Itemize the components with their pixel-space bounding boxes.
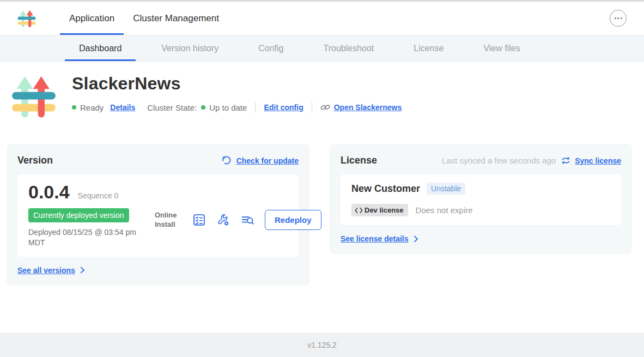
last-synced-text: Last synced a few seconds ago <box>442 156 556 165</box>
version-card-title: Version <box>17 155 53 166</box>
view-logs-icon[interactable] <box>240 213 254 227</box>
app-footer: v1.125.2 <box>0 332 644 357</box>
subnav-dashboard-label: Dashboard <box>79 44 121 53</box>
license-card: License Last synced a few seconds ago <box>330 144 632 254</box>
tab-application-label: Application <box>69 13 114 24</box>
subnav-view-files[interactable]: View files <box>469 35 534 61</box>
chevron-right-icon <box>414 235 418 243</box>
subnav-version-history-label: Version history <box>161 44 218 53</box>
page-title: SlackerNews <box>72 74 402 94</box>
redeploy-button[interactable]: Redeploy <box>265 210 321 230</box>
chevron-right-icon <box>80 267 85 274</box>
sync-arrows-icon <box>561 155 571 166</box>
see-license-details-link[interactable]: See license details <box>341 234 621 243</box>
app-logo-large-icon <box>11 72 57 120</box>
console-version: v1.125.2 <box>307 341 337 349</box>
license-detail-panel: New Customer Unstable Dev license Does <box>341 174 621 225</box>
app-logo-icon <box>17 8 36 29</box>
deployed-timestamp: Deployed 08/15/25 @ 03:54 pm MDT <box>28 227 155 248</box>
license-card-title: License <box>341 155 377 166</box>
install-type-label: Online Install <box>155 211 182 229</box>
refresh-icon <box>222 156 232 166</box>
subnav-license-label: License <box>414 44 443 53</box>
see-license-details-label: See license details <box>341 234 409 243</box>
edit-config-link[interactable]: Edit config <box>264 103 303 112</box>
subnav-version-history[interactable]: Version history <box>147 35 233 61</box>
code-brackets-icon <box>355 207 363 214</box>
ellipsis-icon <box>615 17 616 19</box>
subnav-config-label: Config <box>258 44 283 53</box>
version-sequence: Sequence 0 <box>78 191 119 200</box>
main-content: SlackerNews Ready Details Cluster State:… <box>0 62 644 332</box>
cluster-state-label: Cluster State: <box>147 103 197 112</box>
tab-cluster-management[interactable]: Cluster Management <box>124 2 228 35</box>
version-number: 0.0.4 <box>28 183 70 201</box>
app-status-dot <box>72 105 76 110</box>
deployed-status-badge: Currently deployed version <box>28 208 129 222</box>
subnav-dashboard[interactable]: Dashboard <box>65 35 136 61</box>
divider <box>255 102 256 113</box>
open-app-link[interactable]: Open Slackernews <box>320 102 402 112</box>
check-for-update-label: Check for update <box>236 156 299 165</box>
cluster-state-dot <box>201 105 205 110</box>
subnav-view-files-label: View files <box>483 44 520 53</box>
app-header: SlackerNews Ready Details Cluster State:… <box>11 72 644 120</box>
config-wrench-icon[interactable] <box>216 213 230 227</box>
sync-license-label: Sync license <box>575 156 621 165</box>
license-type-label: Dev license <box>364 206 404 214</box>
version-card: Version Check for update 0.0.4 Sequence … <box>7 144 309 286</box>
overflow-menu-button[interactable] <box>610 10 627 27</box>
see-all-versions-link[interactable]: See all versions <box>17 266 299 275</box>
app-status-row: Ready Details Cluster State: Up to date … <box>72 102 402 113</box>
license-type-badge: Dev license <box>351 204 408 216</box>
subnav-troubleshoot-label: Troubleshoot <box>323 44 374 53</box>
cluster-state-value: Up to date <box>209 103 247 112</box>
customer-name: New Customer <box>351 183 420 195</box>
top-tabs: Application Cluster Management <box>60 2 228 35</box>
see-all-versions-label: See all versions <box>17 266 75 275</box>
subnav-troubleshoot[interactable]: Troubleshoot <box>309 35 388 61</box>
sync-license-link[interactable]: Sync license <box>561 155 621 166</box>
divider <box>312 102 312 113</box>
app-status-text: Ready <box>80 103 104 112</box>
subnav-license[interactable]: License <box>399 35 458 61</box>
channel-badge: Unstable <box>427 183 465 195</box>
details-link[interactable]: Details <box>110 103 135 112</box>
top-header: Application Cluster Management <box>0 2 644 35</box>
tab-application[interactable]: Application <box>60 2 124 35</box>
dashboard-cards: Version Check for update 0.0.4 Sequence … <box>0 144 644 286</box>
current-version-panel: 0.0.4 Sequence 0 Currently deployed vers… <box>17 174 299 257</box>
open-app-link-label: Open Slackernews <box>334 103 402 112</box>
license-expiry: Does not expire <box>416 205 473 215</box>
check-for-update-link[interactable]: Check for update <box>222 156 299 166</box>
tab-cluster-management-label: Cluster Management <box>133 13 219 24</box>
chain-link-icon <box>320 102 330 112</box>
preflight-checks-icon[interactable] <box>192 213 206 227</box>
subnav-config[interactable]: Config <box>244 35 297 61</box>
app-subnav: Dashboard Version history Config Trouble… <box>0 35 644 62</box>
